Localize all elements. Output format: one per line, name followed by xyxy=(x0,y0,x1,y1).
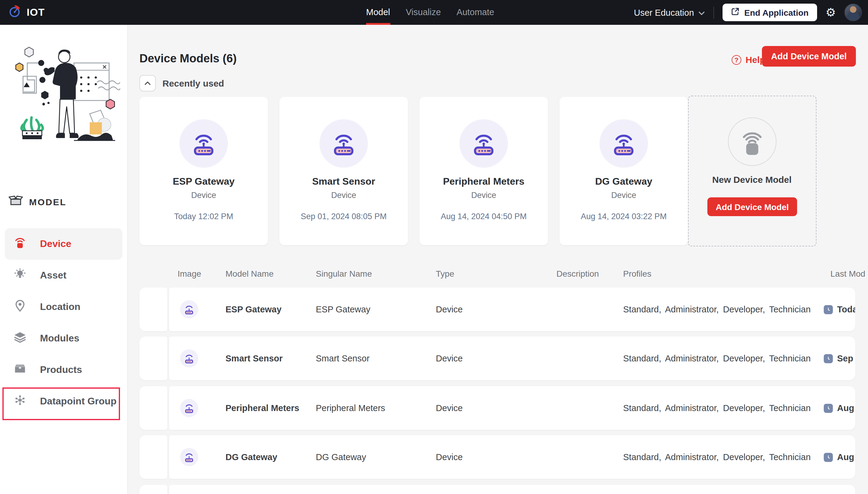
card-model-type: Device xyxy=(419,191,548,200)
row-image-cell xyxy=(140,435,167,479)
row-body: DG Gateway DG Gateway Device Standard, A… xyxy=(169,435,855,479)
package-icon xyxy=(13,362,27,378)
sidebar-item-products[interactable]: Products xyxy=(5,354,123,386)
cell-last-modified: Aug 14 xyxy=(837,386,855,430)
table-row[interactable]: ESP Gateway ESP Gateway Device Standard,… xyxy=(140,288,855,331)
row-image-cell xyxy=(140,337,167,380)
sidebar-item-label: Products xyxy=(40,364,82,375)
cell-last-modified: Today xyxy=(837,288,855,331)
sidebar-item-modules[interactable]: Modules xyxy=(5,323,123,354)
table-row[interactable]: Smart Sensor Smart Sensor Device Standar… xyxy=(140,337,855,380)
lightbulb-icon xyxy=(13,268,27,283)
card-model-name: Smart Sensor xyxy=(279,176,408,187)
help-question-icon: ? xyxy=(731,55,741,64)
row-body: Smart Sensor Smart Sensor Device Standar… xyxy=(169,337,855,380)
cell-singular-name: Peripheral Meters xyxy=(316,386,385,430)
cell-profiles: Standard, Administrator, Developer, Tech… xyxy=(623,288,811,331)
add-device-model-button[interactable]: Add Device Model xyxy=(762,46,856,66)
row-device-icon xyxy=(180,349,198,367)
recent-card-smart-sensor[interactable]: Smart Sensor Device Sep 01, 2024 08:05 P… xyxy=(279,97,408,245)
app-logo[interactable]: IOT xyxy=(8,0,45,25)
tab-visualize[interactable]: Visualize xyxy=(406,0,441,25)
card-model-type: Device xyxy=(279,191,408,200)
table-row[interactable]: Peripheral Meters Peripheral Meters Devi… xyxy=(140,386,855,430)
gear-icon[interactable]: ⚙ xyxy=(826,7,836,18)
column-header-profiles: Profiles xyxy=(623,269,651,279)
card-model-name: DG Gateway xyxy=(559,176,688,187)
card-last-used: Sep 01, 2024 08:05 PM xyxy=(279,212,408,221)
end-application-label: End Application xyxy=(744,7,809,17)
iot-gauge-logo-icon xyxy=(8,4,22,20)
cell-last-modified: Sep 0 xyxy=(837,337,855,380)
column-header-type: Type xyxy=(436,269,454,279)
column-header-last-modified: Last Mod xyxy=(830,269,865,279)
cell-singular-name: DG Gateway xyxy=(316,435,366,479)
device-model-icon xyxy=(459,119,508,168)
sidebar-item-label: Modules xyxy=(40,333,79,344)
row-image-cell xyxy=(140,386,167,430)
sidebar-item-asset[interactable]: Asset xyxy=(5,260,123,291)
card-model-type: Device xyxy=(140,191,268,200)
map-pin-icon xyxy=(13,299,27,315)
cell-profiles: Standard, Administrator, Developer, Tech… xyxy=(623,337,811,380)
end-application-button[interactable]: End Application xyxy=(723,4,817,21)
cell-last-modified: Aug 14 xyxy=(837,435,855,479)
cell-singular-name: Smart Sensor xyxy=(316,337,369,380)
cell-model-name: ESP Gateway xyxy=(225,288,282,331)
sidebar-item-datapoint-group[interactable]: Datapoint Group xyxy=(5,386,123,417)
cell-singular-name: ESP Gateway xyxy=(316,288,370,331)
sidebar-item-label: Datapoint Group xyxy=(40,396,116,407)
row-device-icon xyxy=(180,300,198,319)
card-last-used: Today 12:02 PM xyxy=(140,212,268,221)
cell-type: Device xyxy=(436,435,463,479)
table-row[interactable]: DG Gateway DG Gateway Device Standard, A… xyxy=(140,435,855,479)
recently-used-header: Recently used xyxy=(140,75,224,91)
device-model-icon xyxy=(179,119,228,168)
row-image-cell xyxy=(140,288,167,331)
cell-type: Device xyxy=(436,288,463,331)
collapse-section-button[interactable] xyxy=(140,75,156,91)
main-content: Device Models (6) ? Help Add Device Mode… xyxy=(127,25,868,494)
cell-type: Device xyxy=(436,337,463,380)
help-link[interactable]: ? Help xyxy=(731,55,765,65)
sidebar: MODEL Device xyxy=(0,25,128,494)
add-device-model-card-button[interactable]: Add Device Model xyxy=(707,197,797,216)
row-image-cell xyxy=(140,485,167,494)
tab-model[interactable]: Model xyxy=(366,0,390,25)
sidebar-item-device[interactable]: Device xyxy=(5,228,123,260)
app-root: IOT Model Visualize Automate User Educat… xyxy=(0,0,868,494)
sidebar-item-label: Device xyxy=(40,239,71,249)
sidebar-item-location[interactable]: Location xyxy=(5,291,123,323)
row-body: Peripheral Meters Peripheral Meters Devi… xyxy=(169,386,855,430)
datapoint-cluster-icon xyxy=(13,394,27,409)
clock-icon xyxy=(824,404,833,413)
card-last-used: Aug 14, 2024 04:50 PM xyxy=(419,212,548,221)
card-model-name: Peripheral Meters xyxy=(419,176,548,187)
clock-icon xyxy=(824,354,833,363)
device-model-icon xyxy=(320,119,368,168)
cell-type: Device xyxy=(436,386,463,430)
navbar-right: User Education End Application ⚙ xyxy=(634,0,862,25)
model-box-icon xyxy=(8,195,23,208)
recent-card-esp-gateway[interactable]: ESP Gateway Device Today 12:02 PM xyxy=(140,97,268,245)
card-last-used: Aug 14, 2024 03:22 PM xyxy=(559,212,688,221)
card-model-name: ESP Gateway xyxy=(140,176,268,187)
column-header-singular-name: Singular Name xyxy=(316,269,372,279)
page-title: Device Models (6) xyxy=(140,52,237,65)
row-body xyxy=(169,485,855,494)
table-row[interactable] xyxy=(140,485,855,494)
external-link-icon xyxy=(731,7,740,18)
workspace-selector[interactable]: User Education xyxy=(634,7,705,17)
recent-card-peripheral-meters[interactable]: Peripheral Meters Device Aug 14, 2024 04… xyxy=(419,97,548,245)
recent-card-dg-gateway[interactable]: DG Gateway Device Aug 14, 2024 03:22 PM xyxy=(559,97,688,245)
cell-model-name: Peripheral Meters xyxy=(225,386,299,430)
column-header-image: Image xyxy=(178,269,201,279)
user-avatar[interactable] xyxy=(844,4,862,21)
tab-automate[interactable]: Automate xyxy=(457,0,494,25)
sidebar-section-label: MODEL xyxy=(29,197,66,207)
clock-icon xyxy=(824,453,833,462)
cell-profiles: Standard, Administrator, Developer, Tech… xyxy=(623,435,811,479)
layers-icon xyxy=(13,330,27,346)
sidebar-item-label: Asset xyxy=(40,270,66,281)
column-header-description: Description xyxy=(557,269,599,279)
